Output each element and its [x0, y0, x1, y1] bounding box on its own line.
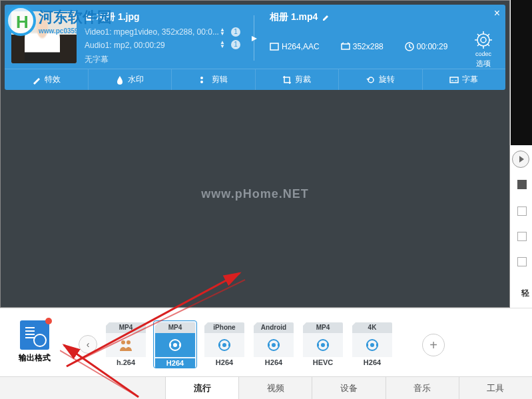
preview-strip — [511, 0, 532, 145]
format-label-top: MP4 — [155, 322, 195, 333]
subtitle-button[interactable]: 字幕 — [423, 69, 506, 90]
svg-rect-1 — [342, 44, 350, 49]
format-iphone-h264[interactable]: iPhoneH264 — [202, 320, 246, 368]
crop-button[interactable]: 剪裁 — [256, 69, 340, 90]
subtitle-icon — [449, 75, 459, 85]
format-label-bot: H264 — [254, 358, 294, 366]
audio-stream-spinner[interactable]: ▲▼ — [219, 41, 226, 49]
format-mp4-h.264[interactable]: MP4h.264 — [104, 320, 148, 368]
format-label-top: MP4 — [303, 322, 343, 333]
edit-icon[interactable] — [322, 13, 331, 22]
source-filename: 相册 1.jpg — [85, 11, 219, 23]
audio-stream-badge: 1 — [231, 40, 240, 49]
film-icon — [352, 333, 392, 357]
svg-point-11 — [173, 343, 177, 347]
crop-icon — [282, 75, 292, 85]
format-label-bot: H264 — [352, 358, 392, 366]
video-info: Video1: mpeg1video, 352x288, 00:0... — [85, 27, 219, 37]
folder-icon — [85, 13, 94, 22]
side-checkbox-3[interactable] — [517, 257, 527, 266]
tab-2[interactable]: 设备 — [312, 377, 385, 399]
scissors-icon — [199, 75, 208, 85]
svg-point-19 — [272, 343, 276, 347]
svg-point-15 — [222, 343, 226, 347]
svg-point-9 — [127, 340, 131, 344]
format-4k-h264[interactable]: 4KH264 — [350, 320, 394, 368]
svg-point-6 — [200, 81, 203, 83]
video-stream-badge: 1 — [231, 27, 240, 37]
format-label-top: MP4 — [106, 322, 146, 333]
output-format-icon — [20, 320, 49, 350]
svg-rect-13 — [179, 344, 181, 346]
svg-point-8 — [121, 340, 125, 344]
rotate-button[interactable]: 旋转 — [339, 69, 423, 90]
format-mp4-h264[interactable]: MP4H264 — [153, 320, 197, 368]
film-icon — [204, 333, 244, 357]
gear-icon — [472, 29, 495, 51]
svg-point-4 — [481, 37, 486, 43]
svg-rect-0 — [270, 43, 278, 50]
svg-rect-20 — [268, 344, 270, 346]
output-format-button[interactable]: 输出格式 — [19, 320, 51, 364]
source-info: 相册 1.jpg Video1: mpeg1video, 352x288, 00… — [85, 11, 219, 65]
film-icon — [155, 333, 195, 357]
file-card: × 相册 1.jpg Video1: mpeg1video, 352x288, … — [5, 5, 505, 90]
side-checkbox-1[interactable] — [517, 206, 527, 216]
side-label: 轻 — [521, 288, 529, 299]
tab-3[interactable]: 音乐 — [386, 377, 459, 399]
codec-options-button[interactable]: codec 选项 — [472, 29, 495, 69]
add-format-button[interactable]: + — [422, 334, 445, 356]
svg-rect-24 — [317, 344, 319, 346]
scroll-left-button[interactable]: ‹ — [79, 335, 97, 354]
format-list: MP4h.264MP4H264iPhoneH264AndroidH264MP4H… — [104, 320, 394, 368]
dest-properties: H264,AAC 352x288 00:00:29 — [270, 42, 447, 51]
film-icon — [303, 333, 343, 357]
svg-rect-28 — [366, 344, 368, 346]
film-icon — [254, 333, 294, 357]
wand-icon — [32, 75, 41, 85]
trim-button[interactable]: 剪辑 — [172, 69, 256, 90]
center-watermark: www.pHome.NET — [1, 187, 509, 201]
format-label-top: iPhone — [204, 322, 244, 333]
tab-0[interactable]: 流行 — [165, 377, 238, 399]
chip-icon — [517, 180, 527, 189]
svg-point-23 — [321, 343, 325, 347]
clock-icon — [405, 42, 414, 51]
svg-rect-7 — [450, 77, 458, 83]
film-icon — [106, 333, 146, 357]
tab-4[interactable]: 工具 — [459, 377, 532, 399]
rotate-icon — [366, 75, 376, 85]
svg-rect-29 — [376, 344, 378, 346]
dest-filename: 相册 1.mp4 — [270, 11, 331, 23]
audio-info: Audio1: mp2, 00:00:29 — [85, 41, 219, 50]
format-android-h264[interactable]: AndroidH264 — [252, 320, 296, 368]
format-label-bot: H264 — [204, 358, 244, 366]
codec-icon — [270, 42, 279, 51]
svg-point-27 — [370, 343, 374, 347]
svg-rect-25 — [327, 344, 329, 346]
format-mp4-hevc[interactable]: MP4HEVC — [301, 320, 345, 368]
source-thumbnail[interactable] — [11, 11, 77, 63]
play-button[interactable] — [512, 151, 529, 168]
dest-duration: 00:00:29 — [405, 42, 448, 51]
video-stream-spinner[interactable]: ▲▼ — [219, 28, 226, 36]
dest-resolution: 352x288 — [341, 42, 384, 51]
format-label-bot: HEVC — [303, 358, 343, 366]
subtitle-info: 无字幕 — [85, 54, 219, 65]
drop-icon — [115, 75, 125, 85]
side-checkbox-2[interactable] — [517, 232, 527, 241]
svg-rect-12 — [169, 344, 171, 346]
format-label-bot: h.264 — [106, 358, 146, 366]
effects-button[interactable]: 特效 — [5, 69, 89, 90]
watermark-button[interactable]: 水印 — [89, 69, 172, 90]
svg-point-5 — [200, 77, 203, 79]
format-label-top: Android — [254, 322, 294, 333]
close-icon[interactable]: × — [494, 7, 500, 19]
dest-info: 相册 1.mp4 — [270, 11, 331, 23]
format-label-top: 4K — [352, 322, 392, 333]
tab-1[interactable]: 视频 — [238, 377, 312, 399]
format-label-bot: H264 — [155, 358, 195, 368]
category-tabs: 流行视频设备音乐工具 — [0, 376, 532, 399]
editor-panel: × 相册 1.jpg Video1: mpeg1video, 352x288, … — [0, 0, 510, 308]
resolution-icon — [341, 42, 350, 51]
